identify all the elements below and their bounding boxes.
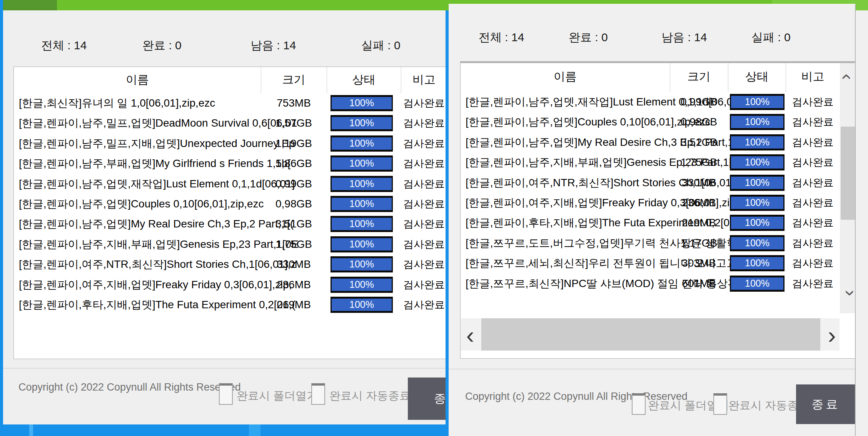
scrollbar-thumb[interactable] bbox=[841, 127, 855, 220]
file-size: 753MB bbox=[261, 93, 327, 113]
header-note[interactable]: 비고 bbox=[401, 67, 446, 92]
file-size: 219MB bbox=[670, 213, 728, 233]
progress-bar: 100% bbox=[730, 235, 785, 251]
table-row[interactable]: [한글,렌파이,여주,지배,업뎃]Freaky Friday 0,3[06,01… bbox=[14, 275, 446, 295]
auto-exit-checkbox[interactable] bbox=[311, 383, 325, 405]
file-size: 0,98GB bbox=[670, 112, 728, 132]
progress-label: 100% bbox=[745, 237, 770, 248]
file-name: [한글,렌파이,남주,밀프,지배,업뎃]Unexpected Journey E… bbox=[19, 134, 295, 154]
table-row[interactable]: [한글,렌파이,후타,지배,업뎃]The Futa Experiment 0,2… bbox=[14, 295, 446, 315]
file-name: [한글,렌파이,여주,지배,업뎃]Freaky Friday 0,3[06,01… bbox=[19, 275, 292, 295]
progress-label: 100% bbox=[349, 138, 374, 149]
table-row[interactable]: [한글,쯔꾸르,세뇌,최신작]우리 전투원이 됩니다 오니고교 통303MB10… bbox=[461, 253, 855, 273]
scrollbar-thumb[interactable] bbox=[481, 318, 820, 351]
file-size: 219MB bbox=[261, 295, 327, 315]
file-size: 1,75GB bbox=[670, 152, 728, 172]
exit-button[interactable]: 종료 bbox=[408, 378, 446, 420]
taskbar-active-app-highlight[interactable] bbox=[249, 424, 260, 436]
table-row[interactable]: [한글,렌파이,여주,NTR,최신작]Short Stories Ch,1[06… bbox=[461, 173, 855, 193]
stat-failed: 실패 : 0 bbox=[361, 38, 401, 53]
table-row[interactable]: [한글,렌파이,남주,부패,업뎃]My Girlfriend s Friends… bbox=[14, 154, 446, 174]
file-size: 330MB bbox=[670, 173, 728, 193]
scroll-down-arrow-icon[interactable]: ‹ bbox=[840, 282, 856, 304]
file-name: [한글,렌파이,남주,밀프,업뎃]DeadMoon Survival 0,6[0… bbox=[19, 113, 297, 133]
progress-label: 100% bbox=[349, 158, 374, 169]
progress-bar: 100% bbox=[730, 215, 785, 231]
header-status[interactable]: 상태 bbox=[728, 63, 786, 90]
auto-exit-label[interactable]: 완료시 자동종료 bbox=[329, 388, 411, 404]
stat-completed: 완료 : 0 bbox=[142, 38, 182, 53]
auto-exit-checkbox[interactable] bbox=[713, 393, 727, 415]
header-status[interactable]: 상태 bbox=[327, 67, 401, 92]
open-folder-label[interactable]: 완료시 폴더열기 bbox=[237, 388, 318, 404]
header-name[interactable]: 이름 bbox=[461, 63, 670, 90]
stat-total: 전체 : 14 bbox=[479, 30, 524, 45]
progress-bar: 100% bbox=[331, 135, 393, 152]
status-note: 검사완료 bbox=[401, 93, 446, 113]
status-note: 검사완료 bbox=[401, 214, 446, 234]
status-note: 검사완료 bbox=[401, 295, 446, 315]
table-row[interactable]: [한글,렌파이,남주,지배,부패,업뎃]Genesis Ep,23 Part,1… bbox=[14, 234, 446, 254]
progress-label: 100% bbox=[745, 197, 770, 208]
column-separator bbox=[261, 67, 261, 93]
table-row[interactable]: [한글,렌파이,남주,업뎃,재작업]Lust Element 0,1,1d[06… bbox=[14, 174, 446, 194]
header-size[interactable]: 크기 bbox=[261, 67, 327, 92]
progress-label: 100% bbox=[349, 97, 374, 108]
table-row[interactable]: [한글,렌파이,후타,지배,업뎃]The Futa Experiment 0,2… bbox=[461, 213, 855, 233]
file-size: 0,99GB bbox=[261, 174, 327, 194]
progress-label: 100% bbox=[745, 217, 770, 228]
file-name: [한글,렌파이,남주,업뎃]Couples 0,10[06,01],zip,ez… bbox=[19, 194, 264, 214]
table-row[interactable]: [한글,렌파이,남주,업뎃]Couples 0,10[06,01],zip,ez… bbox=[461, 112, 855, 132]
file-size: 1,75GB bbox=[261, 234, 327, 254]
download-window-back: 전체 : 14 완료 : 0 남음 : 14 실패 : 0 이름 크기 상태 비… bbox=[3, 10, 446, 424]
footer-divider bbox=[449, 369, 856, 369]
progress-label: 100% bbox=[745, 137, 770, 147]
table-row[interactable]: [한글,렌파이,남주,밀프,업뎃]DeadMoon Survival 0,6[0… bbox=[14, 113, 446, 133]
table-row[interactable]: [한글,최신작]유녀의 일 1,0[06,01],zip,ezc753MB100… bbox=[14, 93, 446, 113]
status-note: 검사완료 bbox=[786, 92, 840, 112]
list-header: 이름 크기 상태 비고 bbox=[14, 67, 446, 93]
status-note: 검사완료 bbox=[786, 213, 840, 233]
progress-label: 100% bbox=[349, 299, 374, 310]
progress-bar: 100% bbox=[331, 196, 393, 212]
table-row[interactable]: [한글,렌파이,남주,업뎃,재작업]Lust Element 0,1,1d[06… bbox=[461, 92, 855, 112]
table-row[interactable]: [한글,렌파이,여주,NTR,최신작]Short Stories Ch,1[06… bbox=[14, 254, 446, 274]
file-size: 0,98GB bbox=[261, 194, 327, 214]
progress-label: 100% bbox=[745, 278, 770, 289]
table-row[interactable]: [한글,렌파이,남주,업뎃]My Real Desire Ch,3 Ep,2 P… bbox=[461, 132, 855, 152]
vertical-scrollbar[interactable]: ‹ ‹ bbox=[840, 63, 856, 313]
stat-total: 전체 : 14 bbox=[41, 38, 87, 53]
exit-button[interactable]: 종료 bbox=[796, 384, 856, 424]
status-note: 검사완료 bbox=[786, 112, 840, 132]
table-row[interactable]: [한글,렌파이,남주,밀프,지배,업뎃]Unexpected Journey E… bbox=[14, 134, 446, 154]
table-row[interactable]: [한글,쯔꾸르,최신작]NPC딸 샤브(MOD) 절임 전략 통상판 /601M… bbox=[461, 274, 855, 294]
progress-label: 100% bbox=[349, 239, 374, 249]
table-row[interactable]: [한글,렌파이,남주,업뎃]Couples 0,10[06,01],zip,ez… bbox=[14, 194, 446, 214]
table-row[interactable]: [한글,렌파이,여주,지배,업뎃]Freaky Friday 0,3[06,01… bbox=[461, 193, 855, 213]
taskbar[interactable] bbox=[3, 424, 446, 436]
header-name[interactable]: 이름 bbox=[14, 67, 261, 92]
progress-label: 100% bbox=[745, 116, 770, 127]
status-note: 검사완료 bbox=[786, 274, 840, 294]
stat-failed: 실패 : 0 bbox=[751, 30, 791, 45]
file-name: [한글,렌파이,여주,NTR,최신작]Short Stories Ch,1[06… bbox=[19, 254, 296, 274]
horizontal-scrollbar[interactable]: ‹ › bbox=[461, 318, 840, 351]
list-header: 이름 크기 상태 비고 bbox=[461, 63, 855, 92]
header-size[interactable]: 크기 bbox=[670, 63, 728, 90]
progress-bar: 100% bbox=[730, 175, 785, 191]
open-folder-checkbox[interactable] bbox=[219, 383, 233, 405]
header-note[interactable]: 비고 bbox=[786, 63, 840, 90]
table-row[interactable]: [한글,렌파이,남주,업뎃]My Real Desire Ch,3 Ep,2 P… bbox=[14, 214, 446, 234]
open-folder-checkbox[interactable] bbox=[632, 393, 646, 415]
progress-bar: 100% bbox=[730, 255, 785, 271]
progress-label: 100% bbox=[349, 178, 374, 189]
progress-label: 100% bbox=[745, 96, 770, 107]
file-size: 1,57GB bbox=[261, 113, 327, 133]
file-size: 601MB bbox=[670, 274, 728, 294]
scroll-up-arrow-icon[interactable]: ‹ bbox=[840, 66, 856, 87]
file-size: 1,86GB bbox=[261, 154, 327, 174]
table-row[interactable]: [한글,렌파이,남주,지배,부패,업뎃]Genesis Ep,23 Part,1… bbox=[461, 152, 855, 172]
taskbar-icon-highlight[interactable] bbox=[29, 424, 33, 436]
file-size: 236MB bbox=[261, 275, 327, 295]
table-row[interactable]: [한글,쯔꾸르,도트,버그수정,업뎃]무기력 천사짱은 성활학과1,17GB10… bbox=[461, 233, 855, 253]
